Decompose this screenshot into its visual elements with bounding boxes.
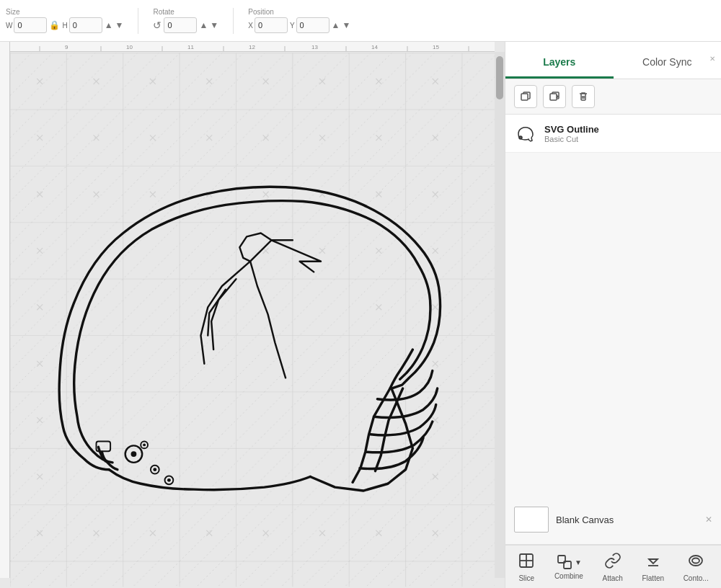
- panel-spacer: [505, 153, 721, 495]
- svg-point-154: [689, 556, 702, 566]
- svg-rect-143: [521, 94, 528, 100]
- size-label: Size: [6, 8, 19, 16]
- svg-text:15: 15: [433, 44, 439, 50]
- layer-name: SVG Outline: [544, 124, 712, 135]
- layer-icon: [514, 122, 537, 145]
- rotate-icon: ↺: [153, 19, 162, 31]
- contour-action[interactable]: Conto...: [679, 549, 713, 585]
- y-label: Y: [290, 22, 295, 30]
- contour-icon: [687, 552, 704, 573]
- slice-icon: [518, 552, 535, 573]
- position-inputs: X Y ▲ ▼: [248, 17, 350, 33]
- blank-canvas-preview: [514, 507, 549, 533]
- svg-text:9: 9: [65, 44, 68, 50]
- attach-action[interactable]: Attach: [598, 549, 627, 585]
- canvas-grid[interactable]: [10, 52, 495, 588]
- size-up-icon[interactable]: ▲: [105, 20, 113, 30]
- svg-point-141: [143, 443, 146, 446]
- delete-button[interactable]: [572, 85, 595, 108]
- main-toolbar: Size W 🔒 H ▲ ▼ Rotate ↺ ▲ ▼: [0, 0, 721, 42]
- blank-canvas-label: Blank Canvas: [556, 514, 614, 525]
- height-input[interactable]: [69, 17, 102, 33]
- size-section: Size W 🔒 H ▲ ▼: [6, 8, 123, 33]
- move-button[interactable]: [543, 85, 566, 108]
- attach-label: Attach: [603, 574, 623, 582]
- right-panel: Layers Color Sync ✕: [505, 42, 721, 588]
- svg-text:12: 12: [249, 44, 255, 50]
- canvas-area[interactable]: 8 9 10 11 12 13 14 15: [0, 42, 505, 588]
- color-sync-close-icon[interactable]: ✕: [709, 55, 715, 63]
- divider-2: [233, 8, 234, 34]
- svg-text:10: 10: [126, 44, 133, 50]
- divider-1: [138, 8, 138, 34]
- combine-dropdown-arrow[interactable]: ▼: [575, 558, 582, 566]
- svg-point-135: [131, 451, 137, 457]
- tab-color-sync-label: Color Sync: [642, 56, 691, 68]
- tab-layers[interactable]: Layers: [505, 49, 614, 79]
- width-input[interactable]: [14, 17, 47, 33]
- panel-toolbar: [505, 79, 721, 115]
- attach-icon: [604, 552, 622, 573]
- position-section: Position X Y ▲ ▼: [248, 8, 350, 33]
- layer-info: SVG Outline Basic Cut: [544, 124, 712, 143]
- ruler-top: 8 9 10 11 12 13 14 15: [0, 42, 495, 52]
- svg-text:13: 13: [311, 44, 318, 50]
- svg-point-147: [519, 136, 522, 139]
- duplicate-button[interactable]: [514, 85, 537, 108]
- slice-action[interactable]: Slice: [513, 549, 539, 585]
- position-down-icon[interactable]: ▼: [342, 20, 350, 30]
- rotate-label: Rotate: [153, 8, 174, 16]
- rotate-input[interactable]: [164, 17, 197, 33]
- position-up-icon[interactable]: ▲: [332, 20, 340, 30]
- height-wrap: H: [62, 17, 102, 33]
- y-input[interactable]: [296, 17, 329, 33]
- svg-point-137: [153, 468, 156, 471]
- svg-rect-144: [550, 94, 557, 100]
- x-wrap: X: [248, 17, 288, 33]
- y-wrap: Y: [290, 17, 329, 33]
- tab-color-sync[interactable]: Color Sync ✕: [614, 49, 722, 79]
- position-label: Position: [248, 8, 274, 16]
- height-label: H: [62, 22, 67, 30]
- blank-canvas-item: Blank Canvas ✕: [514, 507, 712, 533]
- ruler-left: [0, 42, 10, 578]
- size-inputs: W 🔒 H ▲ ▼: [6, 17, 123, 33]
- svg-text:14: 14: [371, 44, 378, 50]
- svg-point-139: [167, 478, 171, 482]
- main-area: 8 9 10 11 12 13 14 15: [0, 42, 721, 588]
- x-label: X: [248, 22, 253, 30]
- combine-label: Combine: [554, 572, 583, 580]
- flatten-action[interactable]: Flatten: [637, 549, 668, 585]
- panel-tabs: Layers Color Sync ✕: [505, 42, 721, 79]
- lock-icon: 🔒: [49, 20, 60, 30]
- flatten-label: Flatten: [642, 574, 664, 582]
- rotate-up-icon[interactable]: ▲: [199, 20, 208, 30]
- blank-canvas-close-icon[interactable]: ✕: [705, 514, 712, 525]
- blank-canvas-section: Blank Canvas ✕: [505, 495, 721, 545]
- slice-label: Slice: [518, 574, 534, 582]
- scrollbar-right[interactable]: [495, 52, 505, 578]
- x-input[interactable]: [255, 17, 288, 33]
- panel-bottom-actions: Slice ▼ Combine: [505, 545, 721, 588]
- width-label: W: [6, 22, 12, 30]
- layer-type: Basic Cut: [544, 135, 712, 143]
- size-down-icon[interactable]: ▼: [115, 20, 124, 30]
- svg-point-155: [692, 558, 699, 563]
- width-wrap: W: [6, 17, 47, 33]
- rotate-section: Rotate ↺ ▲ ▼: [153, 8, 218, 33]
- combine-icon: ▼: [556, 553, 582, 571]
- flatten-icon: [645, 552, 662, 573]
- combine-action[interactable]: ▼ Combine: [550, 551, 588, 583]
- scrollbar-thumb[interactable]: [496, 56, 503, 99]
- svg-text:11: 11: [187, 44, 194, 50]
- contour-label: Conto...: [684, 574, 709, 582]
- rotate-down-icon[interactable]: ▼: [210, 20, 218, 30]
- layer-item[interactable]: SVG Outline Basic Cut: [505, 115, 721, 153]
- rotate-inputs: ↺ ▲ ▼: [153, 17, 218, 33]
- tab-layers-label: Layers: [543, 56, 575, 68]
